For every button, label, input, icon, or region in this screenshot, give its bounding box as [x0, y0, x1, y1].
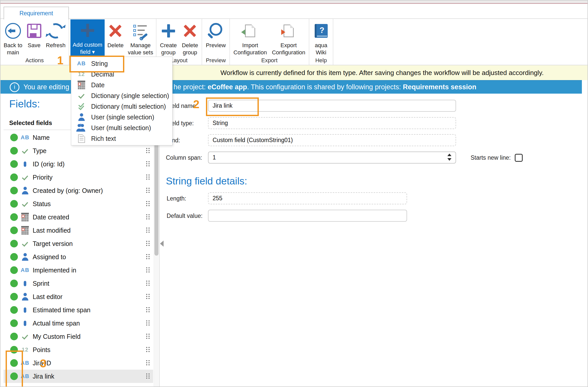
- field-type-calendar-icon: [21, 213, 29, 221]
- aqua-wiki-button[interactable]: aquaWiki: [313, 20, 329, 56]
- starts-new-line-checkbox[interactable]: [515, 154, 523, 162]
- ribbon-group-actions: Back tomainSaveRefreshActions: [1, 19, 69, 65]
- field-type-pill-icon: [24, 321, 26, 326]
- save-button[interactable]: Save: [26, 20, 43, 49]
- back-to-main-button[interactable]: Back tomain: [2, 20, 24, 56]
- menu-item-label: Rich text: [91, 135, 116, 142]
- drag-handle-icon[interactable]: [146, 307, 150, 313]
- field-row-points[interactable]: 12Points: [4, 343, 153, 356]
- menu-item-dictionary-multi-selection-[interactable]: Dictionary (multi selection): [71, 101, 172, 112]
- drag-handle-icon[interactable]: [146, 174, 150, 180]
- menu-item-dictionary-single-selection-[interactable]: Dictionary (single selection): [71, 90, 172, 101]
- menu-item-user-single-selection-[interactable]: User (single selection): [71, 112, 172, 122]
- length-value: 255: [213, 195, 222, 202]
- back-to-main-icon: [5, 23, 21, 39]
- field-row-assigned-to[interactable]: Assigned to: [4, 250, 153, 264]
- drag-handle-icon[interactable]: [146, 241, 150, 246]
- export-configuration-icon: [284, 24, 294, 37]
- string-field-details-title: String field details:: [166, 176, 247, 187]
- field-row-sprint[interactable]: Sprint: [4, 277, 153, 290]
- drag-handle-icon[interactable]: [146, 214, 150, 220]
- drag-handle-icon[interactable]: [146, 334, 150, 339]
- menu-item-date[interactable]: Date: [71, 80, 172, 90]
- field-name-input[interactable]: Jira link: [208, 100, 456, 112]
- field-row-priority[interactable]: Priority: [4, 171, 153, 184]
- field-enabled-dot: [10, 372, 18, 380]
- tab-requirement[interactable]: Requirement: [4, 7, 69, 19]
- drag-handle-icon[interactable]: [146, 373, 150, 379]
- field-type-pill-icon: [24, 161, 26, 167]
- column-span-stepper[interactable]: 1: [208, 152, 456, 164]
- field-type-check-icon: [21, 175, 29, 180]
- drag-handle-icon[interactable]: [146, 148, 150, 154]
- delete-field-icon: [109, 25, 121, 37]
- field-row-implemented-in[interactable]: ABImplemented in: [4, 264, 153, 277]
- drag-handle-icon[interactable]: [146, 161, 150, 167]
- field-enabled-dot: [10, 253, 18, 261]
- field-row-status[interactable]: Status: [4, 197, 153, 210]
- field-row-my-custom-field[interactable]: My Custom Field: [4, 330, 153, 343]
- field-row-id-orig-id-[interactable]: ID (orig: Id): [4, 157, 153, 171]
- drag-handle-icon[interactable]: [146, 254, 150, 260]
- menu-item-decimal[interactable]: 12Decimal: [71, 69, 172, 80]
- menu-item-rich-text[interactable]: Rich text: [71, 133, 172, 144]
- field-enabled-dot: [10, 319, 18, 327]
- create-group-button[interactable]: Creategroup: [158, 20, 178, 56]
- field-row-target-version[interactable]: Target version: [4, 237, 153, 250]
- field-row-type[interactable]: Type: [4, 144, 153, 157]
- delete-group-button[interactable]: Deletegroup: [180, 20, 200, 56]
- export-configuration-button[interactable]: ExportConfiguration: [270, 20, 307, 56]
- drag-handle-icon[interactable]: [146, 360, 150, 366]
- field-row-estimated-time-span[interactable]: Estimated time span: [4, 303, 153, 317]
- import-configuration-button[interactable]: ImportConfiguration: [232, 20, 268, 56]
- field-row-label: Sprint: [33, 280, 49, 287]
- manage-value-sets-button[interactable]: Managevalue sets: [126, 20, 155, 56]
- field-enabled-dot: [10, 266, 18, 274]
- spinner-down-icon[interactable]: [447, 158, 451, 161]
- field-type-text-icon: AB: [21, 134, 29, 141]
- preview-button[interactable]: Preview: [204, 20, 227, 49]
- menu-item-label: User (multi selection): [91, 124, 151, 132]
- fields-scrollbar-thumb[interactable]: [154, 138, 158, 256]
- drag-handle-icon[interactable]: [146, 188, 150, 193]
- drag-handle-icon[interactable]: [146, 294, 150, 299]
- delete-button[interactable]: Delete: [106, 20, 125, 49]
- field-row-label: ID (orig: Id): [33, 160, 65, 168]
- add-custom-field-button-label: Add customfield ▾: [73, 41, 102, 56]
- drag-handle-icon[interactable]: [146, 228, 150, 233]
- field-row-label: Jira ID: [33, 359, 51, 367]
- add-custom-field-button[interactable]: Add customfield ▾: [70, 19, 105, 57]
- field-type-text-icon: AB: [21, 267, 29, 273]
- default-value-input[interactable]: [208, 210, 407, 222]
- field-row-jira-link[interactable]: ABJira link: [4, 370, 153, 383]
- menu-item-user-multi-selection-[interactable]: User (multi selection): [71, 122, 172, 133]
- add-custom-field-dropdown-menu: ABString12DecimalDateDictionary (single …: [71, 57, 173, 145]
- drag-handle-icon[interactable]: [146, 320, 150, 326]
- menu-item-string[interactable]: ABString: [71, 58, 172, 69]
- drag-handle-icon[interactable]: [146, 267, 150, 273]
- bind-input: Custom field (CustomString01): [208, 134, 456, 146]
- field-row-last-editor[interactable]: Last editor: [4, 290, 153, 303]
- field-row-actual-time-span[interactable]: Actual time span: [4, 317, 153, 330]
- field-row-date-created[interactable]: Date created: [4, 210, 153, 224]
- drag-handle-icon[interactable]: [146, 201, 150, 207]
- save-icon: [27, 24, 41, 38]
- field-type-value: String: [213, 120, 228, 127]
- drag-handle-icon[interactable]: [146, 281, 150, 286]
- field-row-jira-id[interactable]: ABJira ID: [4, 356, 153, 370]
- field-row-created-by-orig-owner-[interactable]: Created by (orig: Owner): [4, 184, 153, 197]
- collapse-panel-arrow-icon[interactable]: [160, 241, 164, 247]
- column-span-spinner[interactable]: [447, 154, 451, 161]
- field-type-user-icon: [21, 253, 29, 261]
- drag-handle-icon[interactable]: [146, 347, 150, 353]
- delete-group-button-label: Deletegroup: [182, 42, 198, 56]
- add-custom-field-icon: [81, 24, 94, 37]
- ribbon-group-help: aquaWikiHelp: [309, 19, 333, 65]
- aqua-wiki-button-label: aquaWiki: [315, 42, 327, 56]
- spinner-up-icon[interactable]: [447, 154, 451, 156]
- refresh-icon: [45, 21, 66, 41]
- refresh-button[interactable]: Refresh: [44, 20, 67, 49]
- field-row-last-modified[interactable]: Last modified: [4, 224, 153, 237]
- field-row-label: Implemented in: [33, 267, 76, 274]
- length-label: Length:: [167, 195, 186, 202]
